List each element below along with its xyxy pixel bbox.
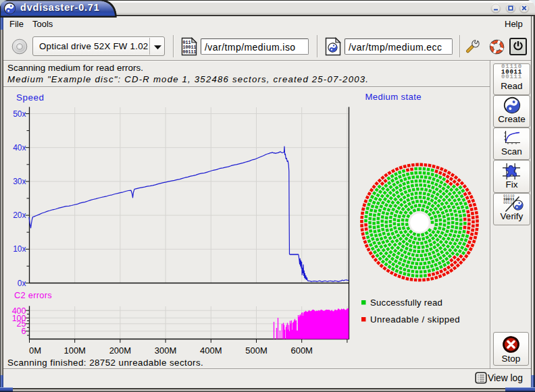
svg-text:Speed: Speed <box>16 92 44 103</box>
svg-text:40x: 40x <box>13 143 26 152</box>
svg-text:30x: 30x <box>13 177 26 186</box>
svg-text:300M: 300M <box>155 345 177 356</box>
svg-text:10x: 10x <box>13 244 26 254</box>
svg-text:400M: 400M <box>200 345 222 356</box>
svg-text:500M: 500M <box>245 345 268 356</box>
svg-text:600M: 600M <box>290 345 313 356</box>
svg-text:0x: 0x <box>18 279 26 288</box>
svg-text:200M: 200M <box>109 345 132 356</box>
svg-text:50x: 50x <box>13 109 26 119</box>
svg-text:0M: 0M <box>29 345 41 356</box>
svg-text:20x: 20x <box>13 211 26 220</box>
svg-text:Medium state: Medium state <box>365 92 422 102</box>
svg-text:100M: 100M <box>63 345 86 356</box>
svg-text:C2 errors: C2 errors <box>14 290 52 300</box>
svg-text:6: 6 <box>22 327 26 336</box>
